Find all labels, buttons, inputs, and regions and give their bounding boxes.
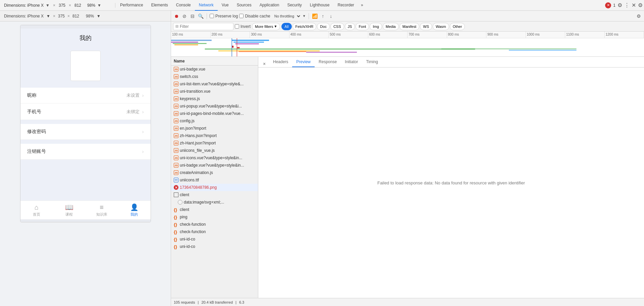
file-item-config[interactable]: JS config.js bbox=[171, 117, 258, 125]
menu-item-phone[interactable]: 手机号 未绑定 › bbox=[20, 104, 151, 120]
device-dropdown-icon[interactable]: ▼ bbox=[46, 3, 50, 8]
phone-menu-group-3: 注销账号 › bbox=[20, 144, 151, 160]
detail-tab-headers[interactable]: Headers bbox=[269, 57, 292, 67]
filter-js[interactable]: JS bbox=[345, 23, 355, 30]
zoom-dropdown-icon[interactable]: ▼ bbox=[97, 3, 101, 8]
file-item-keypress[interactable]: JS keypress.js bbox=[171, 95, 258, 102]
tab-security[interactable]: Security bbox=[283, 0, 306, 11]
upload-icon-btn[interactable]: ↑ bbox=[320, 13, 326, 19]
nav-course[interactable]: 📖 课程 bbox=[53, 201, 86, 219]
tab-vue[interactable]: Vue bbox=[218, 0, 233, 11]
menu-item-cancel[interactable]: 注销账号 › bbox=[20, 144, 151, 160]
tab-recorder[interactable]: Recorder bbox=[334, 0, 358, 11]
file-item-uniicons-file[interactable]: JS uniicons_file_vue.js bbox=[171, 147, 258, 154]
detail-tab-preview[interactable]: Preview bbox=[292, 57, 315, 67]
disable-cache-label[interactable]: Disable cache bbox=[239, 14, 270, 18]
clear-btn[interactable]: ⊘ bbox=[181, 13, 188, 19]
filter-ws[interactable]: WS bbox=[420, 23, 432, 30]
filter-css[interactable]: CSS bbox=[330, 23, 344, 30]
filter-font[interactable]: Font bbox=[356, 23, 369, 30]
settings-icon-btn[interactable]: ⚙ bbox=[635, 13, 642, 19]
menu-item-password[interactable]: 修改密码 › bbox=[20, 124, 151, 140]
preserve-log-checkbox[interactable] bbox=[210, 14, 214, 18]
file-item-data-svg[interactable]: data:image/svg+xml;... bbox=[171, 199, 258, 206]
filter-wasm[interactable]: Wasm bbox=[433, 23, 449, 30]
detail-tabs: × Headers Preview Response Initiator Tim… bbox=[258, 57, 644, 68]
settings-cog-icon[interactable]: ⚙ bbox=[638, 2, 643, 8]
detail-tab-timing[interactable]: Timing bbox=[362, 57, 382, 67]
file-item-png-selected[interactable]: ✕ 1736470848786.png bbox=[171, 184, 258, 191]
filter-manifest[interactable]: Manifest bbox=[399, 23, 420, 30]
detail-tab-initiator[interactable]: Initiator bbox=[341, 57, 362, 67]
download-icon-btn[interactable]: ↓ bbox=[328, 13, 334, 19]
nav-home[interactable]: ⌂ 首页 bbox=[20, 201, 53, 219]
phone-dropdown-icon[interactable]: ▼ bbox=[46, 14, 50, 18]
file-type-icon bbox=[178, 200, 182, 205]
close-icon[interactable]: ✕ bbox=[632, 2, 636, 8]
file-name: ping bbox=[180, 215, 187, 219]
file-item-check-function2[interactable]: {} check-function bbox=[171, 228, 258, 235]
nav-mine[interactable]: 👤 我的 bbox=[118, 201, 151, 219]
file-item-uni-id-co2[interactable]: {} uni-id-co bbox=[171, 243, 258, 250]
filter-doc[interactable]: Doc bbox=[317, 23, 330, 30]
file-item-uni-badge[interactable]: JS uni-badge.vue bbox=[171, 65, 258, 73]
svg-rect-1 bbox=[171, 42, 198, 43]
preserve-log-label[interactable]: Preserve log bbox=[210, 14, 238, 18]
tab-network[interactable]: Network bbox=[195, 0, 218, 11]
nav-knowledge[interactable]: ≡ 知识库 bbox=[86, 201, 118, 219]
detail-tab-response[interactable]: Response bbox=[315, 57, 341, 67]
disable-cache-checkbox[interactable] bbox=[239, 14, 244, 18]
tab-bar: Performance Elements Console Network Vue… bbox=[116, 0, 603, 11]
file-item-uni-popup[interactable]: JS uni-popup.vue?vue&type=style&i... bbox=[171, 102, 258, 110]
file-item-uniicons-ttf[interactable]: TT uniicons.ttf bbox=[171, 176, 258, 184]
tab-application[interactable]: Application bbox=[256, 0, 283, 11]
file-item-client-checkbox[interactable]: client bbox=[171, 191, 258, 199]
filter-input[interactable] bbox=[180, 24, 220, 29]
file-item-uni-icons-vue[interactable]: JS uni-icons.vue?vue&type=style&in... bbox=[171, 154, 258, 162]
wifi-icon-btn[interactable]: 📶 bbox=[312, 13, 318, 19]
tab-console[interactable]: Console bbox=[172, 0, 195, 11]
file-item-check-function1[interactable]: {} check-function bbox=[171, 221, 258, 228]
filter-img[interactable]: Img bbox=[370, 23, 382, 30]
file-item-zh-hant[interactable]: JS zh-Hant.json?import bbox=[171, 139, 258, 147]
file-item-create-animation[interactable]: JS createAnimation.js bbox=[171, 169, 258, 176]
file-type-icon: JS bbox=[174, 82, 178, 86]
file-item-zh-hans[interactable]: JS zh-Hans.json?import bbox=[171, 132, 258, 139]
file-item-uni-list[interactable]: JS uni-list-item.vue?vue&type=style&... bbox=[171, 80, 258, 88]
menu-item-nickname[interactable]: 昵称 未设置 › bbox=[20, 88, 151, 103]
file-list-panel: Name JS uni-badge.vue JS switch.css JS u… bbox=[171, 57, 258, 298]
file-name: zh-Hans.json?import bbox=[180, 133, 217, 138]
tab-performance[interactable]: Performance bbox=[116, 0, 147, 11]
detail-close-btn[interactable]: × bbox=[261, 60, 268, 67]
file-item-ping[interactable]: {} ping bbox=[171, 213, 258, 221]
filter-media[interactable]: Media bbox=[383, 23, 399, 30]
svg-rect-14 bbox=[509, 50, 576, 51]
more-tabs-btn[interactable]: » bbox=[358, 0, 366, 11]
invert-label[interactable]: Invert bbox=[235, 24, 251, 29]
filter-other[interactable]: Other bbox=[450, 23, 465, 30]
invert-checkbox[interactable] bbox=[235, 24, 239, 29]
tab-sources[interactable]: Sources bbox=[233, 0, 256, 11]
tab-lighthouse[interactable]: Lighthouse bbox=[306, 0, 334, 11]
more-filters-btn[interactable]: More filters ▼ bbox=[252, 23, 280, 30]
search-btn[interactable]: 🔍 bbox=[197, 13, 204, 19]
filter-icon-btn[interactable]: ⊟ bbox=[189, 13, 196, 19]
file-item-uni-badge-style[interactable]: JS uni-badge.vue?vue&type=style&in... bbox=[171, 162, 258, 169]
file-item-uni-transition[interactable]: JS uni-transition.vue bbox=[171, 88, 258, 95]
phone-zoom-arrow[interactable]: ▼ bbox=[97, 14, 101, 18]
stop-recording-btn[interactable]: ⏺ bbox=[173, 13, 180, 19]
file-item-uni-id-pages[interactable]: JS uni-id-pages-bind-mobile.vue?vue... bbox=[171, 110, 258, 117]
file-item-en-json[interactable]: JS en.json?import bbox=[171, 125, 258, 132]
phone-content: 我的 昵称 未设置 › 手机号 未绑定 bbox=[20, 29, 151, 160]
filter-all[interactable]: All bbox=[281, 23, 291, 30]
throttle-dropdown-icon[interactable]: ▼ bbox=[303, 14, 306, 18]
throttle-select[interactable]: No throttling bbox=[272, 13, 301, 19]
filter-fetch-xhr[interactable]: Fetch/XHR bbox=[292, 23, 317, 30]
tick-200: 200 ms bbox=[211, 32, 250, 38]
settings-icon[interactable]: ⚙ bbox=[618, 2, 622, 8]
file-item-uni-id-co1[interactable]: {} uni-id-co bbox=[171, 235, 258, 243]
file-item-switch[interactable]: JS switch.css bbox=[171, 73, 258, 80]
overflow-icon[interactable]: ⋮ bbox=[624, 2, 630, 8]
tab-elements[interactable]: Elements bbox=[147, 0, 172, 11]
file-item-client-curly[interactable]: {} client bbox=[171, 206, 258, 213]
